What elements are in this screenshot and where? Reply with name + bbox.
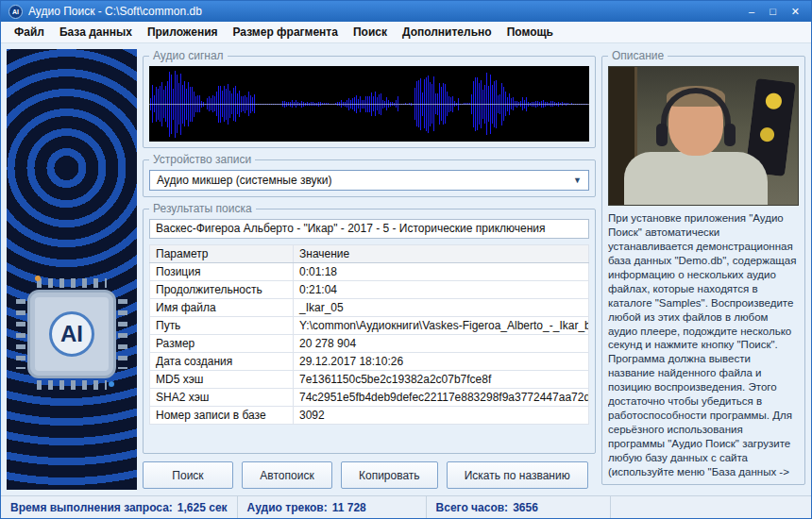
value-cell: 74c2951e5fb4deb9defec22117e883298f9a3772… <box>294 389 589 407</box>
photo-person-shirt <box>624 152 768 205</box>
waveform-zero-line <box>149 104 589 105</box>
chip-pins <box>37 380 107 390</box>
search-button[interactable]: Поиск <box>143 461 233 489</box>
param-column-header[interactable]: Параметр <box>150 245 294 263</box>
chip-pins <box>118 299 127 369</box>
status-query-time-value: 1,625 сек <box>178 501 228 514</box>
param-cell: Дата создания <box>150 353 294 371</box>
table-row[interactable]: Дата создания29.12.2017 18:10:26 <box>150 353 589 371</box>
status-total-hours-label: Всего часов: <box>436 501 509 514</box>
search-by-name-button[interactable]: Искать по названию <box>447 461 588 489</box>
menu-file[interactable]: Файл <box>7 23 52 42</box>
menu-help[interactable]: Помощь <box>499 23 561 42</box>
ai-chip-label: AI <box>49 311 94 357</box>
content-area: AI Аудио сигнал Устройство записи Аудио … <box>1 43 811 495</box>
recording-device-group: Устройство записи Аудио микшер (системны… <box>143 153 596 197</box>
value-column-header[interactable]: Значение <box>294 245 589 263</box>
value-cell: 7e1361150c5be2c19382a2c07b7fce8f <box>294 371 589 389</box>
value-cell: 3092 <box>294 407 589 425</box>
audio-signal-group-label: Аудио сигнал <box>149 49 228 62</box>
photo-headphone-cup <box>656 124 668 146</box>
value-cell: 29.12.2017 18:10:26 <box>294 353 589 371</box>
param-cell: SHA2 хэш <box>150 389 294 407</box>
value-cell: Y:\common\Аудиокниги\Vaskes-Figeroa_Albe… <box>294 317 589 335</box>
status-total-hours: Всего часов: 3656 <box>427 496 611 518</box>
table-row[interactable]: MD5 хэш7e1361150c5be2c19382a2c07b7fce8f <box>150 371 589 389</box>
search-results-group: Результаты поиска Васкес-Фигероа Альберт… <box>143 202 596 454</box>
menu-applications[interactable]: Приложения <box>140 23 226 42</box>
webcam-photo <box>608 66 799 206</box>
decorative-art-panel: AI <box>7 49 137 490</box>
action-buttons: Поиск Автопоиск Копировать Искать по наз… <box>143 459 596 490</box>
description-column: Описание При установке приложения "Аудио… <box>601 49 805 490</box>
param-cell: Имя файла <box>150 299 294 317</box>
param-cell: Путь <box>150 317 294 335</box>
table-row[interactable]: Продолжительность0:21:04 <box>150 281 589 299</box>
maximize-button[interactable]: □ <box>770 7 776 17</box>
description-group: Описание При установке приложения "Аудио… <box>601 49 805 485</box>
recording-device-value: Аудио микшер (системные звуки) <box>157 174 332 187</box>
table-header-row: Параметр Значение <box>150 245 589 263</box>
value-cell: 0:21:04 <box>294 281 589 299</box>
status-track-count-label: Аудио треков: <box>247 501 328 514</box>
table-row[interactable]: SHA2 хэш74c2951e5fb4deb9defec22117e88329… <box>150 389 589 407</box>
search-results-group-label: Результаты поиска <box>149 202 256 215</box>
ai-chip-icon: AI <box>27 290 116 378</box>
param-cell: Размер <box>150 335 294 353</box>
table-row[interactable]: Имя файла_Ikar_05 <box>150 299 589 317</box>
value-cell: 0:01:18 <box>294 263 589 281</box>
status-bar: Время выполнения запроса: 1,625 сек Ауди… <box>1 495 811 518</box>
param-cell: Позиция <box>150 263 294 281</box>
recording-device-select[interactable]: Аудио микшер (системные звуки) ▼ <box>149 170 589 191</box>
window-title: Аудио Поиск - C:\Soft\common.db <box>28 5 743 18</box>
recording-device-group-label: Устройство записи <box>149 153 255 166</box>
menu-database[interactable]: База данных <box>52 23 140 42</box>
circuit-dot <box>109 381 114 387</box>
results-table: Параметр Значение Позиция0:01:18Продолжи… <box>149 244 589 425</box>
param-cell: Номер записи в базе <box>150 407 294 425</box>
menu-bar: Файл База данных Приложения Размер фрагм… <box>1 22 811 43</box>
chevron-down-icon: ▼ <box>573 176 582 185</box>
status-track-count: Аудио треков: 11 728 <box>238 496 427 518</box>
param-cell: Продолжительность <box>150 281 294 299</box>
app-icon: AI <box>8 5 23 19</box>
menu-extra[interactable]: Дополнительно <box>395 23 499 42</box>
title-bar: AI Аудио Поиск - C:\Soft\common.db – □ ✕ <box>1 1 811 22</box>
main-column: Аудио сигнал Устройство записи Аудио мик… <box>143 49 596 490</box>
status-track-count-value: 11 728 <box>332 501 366 514</box>
description-group-label: Описание <box>608 49 668 62</box>
menu-fragment-size[interactable]: Размер фрагмента <box>226 23 346 42</box>
waveform <box>149 66 589 142</box>
value-cell: _Ikar_05 <box>294 299 589 317</box>
photo-headphone-cup <box>724 124 736 146</box>
audio-signal-group: Аудио сигнал <box>143 49 596 148</box>
copy-button[interactable]: Копировать <box>341 461 438 489</box>
chip-pins <box>37 278 107 288</box>
table-row[interactable]: Размер20 278 904 <box>150 335 589 353</box>
status-total-hours-value: 3656 <box>513 501 538 514</box>
description-text: При установке приложения "Аудио Поиск" а… <box>608 211 799 478</box>
param-cell: MD5 хэш <box>150 371 294 389</box>
status-filler <box>611 496 811 518</box>
circuit-dot <box>35 276 41 281</box>
value-cell: 20 278 904 <box>294 335 589 353</box>
chip-pins <box>16 299 25 369</box>
found-title-field[interactable]: Васкес-Фигероа Альберто - "Икар" - 2017 … <box>149 219 589 239</box>
menu-search[interactable]: Поиск <box>346 23 395 42</box>
minimize-button[interactable]: – <box>749 7 754 17</box>
app-window: AI Аудио Поиск - C:\Soft\common.db – □ ✕… <box>0 0 812 519</box>
close-button[interactable]: ✕ <box>791 7 800 17</box>
status-query-time-label: Время выполнения запроса: <box>10 501 173 514</box>
table-row[interactable]: ПутьY:\common\Аудиокниги\Vaskes-Figeroa_… <box>150 317 589 335</box>
table-row[interactable]: Позиция0:01:18 <box>150 263 589 281</box>
table-row[interactable]: Номер записи в базе3092 <box>150 407 589 425</box>
status-query-time: Время выполнения запроса: 1,625 сек <box>1 496 238 518</box>
autosearch-button[interactable]: Автопоиск <box>242 461 332 489</box>
results-table-body: Позиция0:01:18Продолжительность0:21:04Им… <box>150 263 589 425</box>
